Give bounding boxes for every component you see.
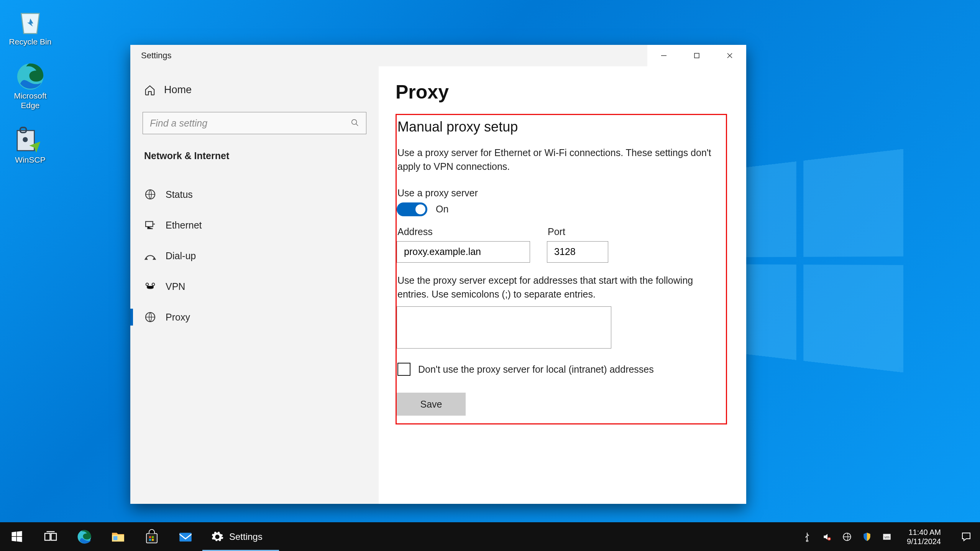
titlebar: Settings <box>130 45 746 66</box>
svg-rect-4 <box>694 53 699 58</box>
exceptions-input[interactable] <box>397 306 611 349</box>
taskbar-mail[interactable] <box>169 522 202 551</box>
settings-window: Settings Home Network & Internet <box>130 45 746 504</box>
exceptions-description: Use the proxy server except for addresse… <box>397 273 721 301</box>
desktop-icon-label: Microsoft Edge <box>5 91 55 110</box>
desktop-icons: Recycle Bin Microsoft Edge WinSCP <box>5 8 63 180</box>
page-header: Proxy <box>396 81 729 103</box>
settings-sidebar: Home Network & Internet Status Ethernet <box>130 66 379 504</box>
svg-point-9 <box>152 283 155 286</box>
nav-label: Dial-up <box>166 250 196 262</box>
svg-point-3 <box>23 137 28 142</box>
nav-vpn[interactable]: VPN <box>130 271 379 302</box>
action-center-button[interactable] <box>955 531 977 543</box>
store-icon <box>144 529 160 545</box>
nav-label: VPN <box>166 281 185 292</box>
ethernet-icon <box>144 219 156 231</box>
svg-rect-19 <box>152 539 154 541</box>
proxy-description: Use a proxy server for Ethernet or Wi-Fi… <box>397 146 721 174</box>
port-input[interactable] <box>547 241 608 263</box>
clock-date: 9/11/2024 <box>907 537 941 546</box>
task-view-button[interactable] <box>34 522 67 551</box>
home-icon <box>144 84 156 96</box>
svg-rect-20 <box>179 533 192 541</box>
use-proxy-label: Use a proxy server <box>397 188 721 199</box>
checkbox-icon <box>397 363 410 376</box>
tray-security-icon[interactable] <box>862 531 872 542</box>
proxy-icon <box>144 311 156 323</box>
system-tray: vm 11:40 AM 9/11/2024 <box>794 522 980 551</box>
taskbar: Settings vm 11:40 AM 9/11/2024 <box>0 522 980 551</box>
task-view-icon <box>44 530 57 544</box>
svg-point-8 <box>146 283 149 286</box>
svg-rect-11 <box>45 533 50 540</box>
svg-rect-17 <box>152 536 154 538</box>
desktop-icon-winscp[interactable]: WinSCP <box>5 126 55 164</box>
desktop-icon-edge[interactable]: Microsoft Edge <box>5 62 55 110</box>
svg-rect-14 <box>113 536 118 540</box>
nav-dialup[interactable]: Dial-up <box>130 240 379 271</box>
file-explorer-icon <box>110 529 126 545</box>
search-input[interactable] <box>150 118 351 129</box>
address-label: Address <box>397 226 530 237</box>
maximize-button[interactable] <box>680 45 713 66</box>
search-icon <box>351 118 359 128</box>
vpn-icon <box>144 280 156 293</box>
winscp-icon <box>14 126 46 153</box>
taskbar-clock[interactable]: 11:40 AM 9/11/2024 <box>901 528 946 546</box>
edge-icon <box>76 529 92 545</box>
nav-ethernet[interactable]: Ethernet <box>130 210 379 240</box>
port-label: Port <box>547 226 608 237</box>
tray-vm-icon[interactable]: vm <box>882 531 892 542</box>
gear-icon <box>211 530 224 543</box>
nav-label: Proxy <box>166 312 190 323</box>
desktop-icon-label: Recycle Bin <box>5 37 55 46</box>
dialup-icon <box>144 250 156 262</box>
save-button[interactable]: Save <box>397 393 466 416</box>
windows-icon <box>10 530 24 544</box>
tray-volume-icon[interactable] <box>822 531 832 542</box>
notification-icon <box>960 531 972 543</box>
bypass-local-label: Don't use the proxy server for local (in… <box>418 364 654 375</box>
use-proxy-toggle[interactable] <box>397 202 427 216</box>
nav-proxy[interactable]: Proxy <box>130 302 379 332</box>
highlighted-section: Manual proxy setup Use a proxy server fo… <box>396 114 727 424</box>
search-box[interactable] <box>143 112 366 134</box>
recycle-bin-icon <box>14 8 46 35</box>
desktop-icon-label: WinSCP <box>5 155 55 164</box>
address-input[interactable] <box>397 241 530 263</box>
toggle-state: On <box>436 204 448 215</box>
nav-label: Status <box>166 189 193 200</box>
manual-proxy-header: Manual proxy setup <box>397 119 721 135</box>
taskbar-file-explorer[interactable] <box>101 522 135 551</box>
clock-time: 11:40 AM <box>907 528 941 537</box>
taskbar-app-label: Settings <box>229 531 263 542</box>
taskbar-store[interactable] <box>135 522 169 551</box>
taskbar-settings-running[interactable]: Settings <box>202 522 279 551</box>
taskbar-edge[interactable] <box>67 522 101 551</box>
svg-rect-18 <box>149 539 151 541</box>
start-button[interactable] <box>0 522 34 551</box>
edge-icon <box>14 62 46 89</box>
status-icon <box>144 188 156 201</box>
mail-icon <box>177 529 194 545</box>
close-button[interactable] <box>713 45 746 66</box>
svg-rect-16 <box>149 536 151 538</box>
window-title: Settings <box>130 51 172 61</box>
minimize-button[interactable] <box>647 45 680 66</box>
svg-text:vm: vm <box>885 535 890 539</box>
svg-rect-7 <box>146 222 153 227</box>
nav-label: Ethernet <box>166 220 202 231</box>
svg-rect-12 <box>51 533 57 540</box>
tray-usb-icon[interactable] <box>802 531 813 542</box>
nav-status[interactable]: Status <box>130 179 379 210</box>
settings-content: Proxy Manual proxy setup Use a proxy ser… <box>379 66 746 504</box>
bypass-local-checkbox[interactable]: Don't use the proxy server for local (in… <box>397 363 721 376</box>
section-label: Network & Internet <box>143 150 366 161</box>
svg-point-5 <box>352 119 357 124</box>
desktop-icon-recycle-bin[interactable]: Recycle Bin <box>5 8 55 46</box>
nav-list: Status Ethernet Dial-up VPN Proxy <box>130 179 379 332</box>
tray-network-icon[interactable] <box>842 531 852 542</box>
home-label: Home <box>164 84 192 96</box>
home-link[interactable]: Home <box>143 82 366 98</box>
